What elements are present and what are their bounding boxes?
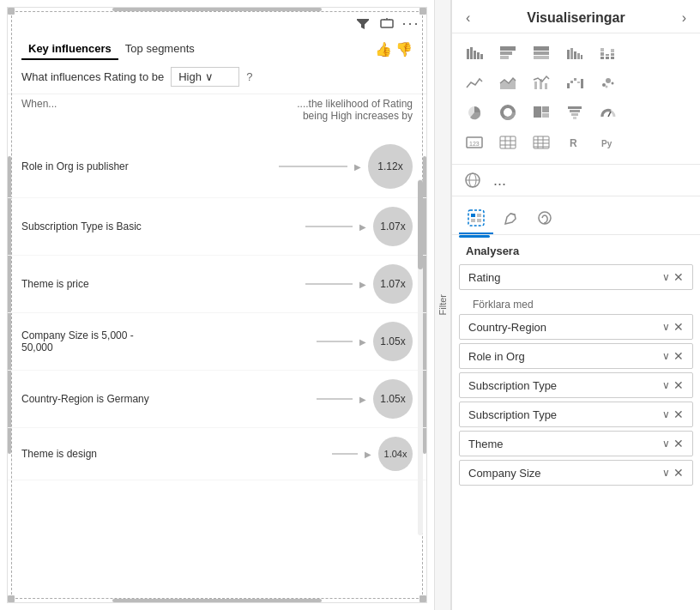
thumbs-down-icon[interactable]: 👎 [395,41,413,57]
rating-chevron-icon[interactable]: ∨ [662,271,670,283]
arrow-icon: ▶ [359,337,366,347]
explain-field-role-in-org[interactable]: Role in Org ∨ ✕ [459,343,693,369]
column-headers: When... ....the likelihood of Rating bei… [8,94,426,129]
svg-rect-28 [545,83,547,89]
field-close-icon[interactable]: ✕ [673,466,684,480]
extras-row: ... [452,165,700,196]
svg-line-72 [510,214,515,214]
field-close-icon[interactable]: ✕ [673,437,684,450]
resize-corner-tr[interactable] [419,8,426,15]
explain-field-country-region[interactable]: Country-Region ∨ ✕ [459,314,693,340]
svg-point-34 [602,83,606,87]
scrollbar-thumb[interactable] [418,180,423,269]
field-close-icon[interactable]: ✕ [673,349,684,363]
list-item[interactable]: Subscription Type is Basic ▶ 1.07x [8,198,426,256]
field-chevron-icon[interactable]: ∨ [662,467,670,479]
bar-area: ▶ 1.05x [317,379,413,419]
field-close-icon[interactable]: ✕ [673,320,684,334]
bar-100-icon[interactable] [526,39,557,66]
field-close-icon[interactable]: ✕ [673,408,684,421]
column-clustered-icon[interactable] [559,39,590,66]
explain-field-subscription-type-2[interactable]: Subscription Type ∨ ✕ [459,402,693,427]
fields-tab[interactable] [459,203,493,234]
tab-key-influencers[interactable]: Key influencers [21,39,118,60]
py-visual-icon[interactable]: Py [593,129,624,156]
gauge-icon[interactable] [593,99,624,126]
svg-rect-26 [534,82,537,89]
analytics-tab[interactable] [528,203,562,234]
waterfall-icon[interactable] [559,69,590,96]
rating-label: Rating [468,271,662,284]
funnel-icon[interactable] [559,99,590,126]
rating-value-dropdown[interactable]: High ∨ [171,67,239,87]
bar-line [305,226,353,227]
format-tab[interactable] [493,203,528,234]
list-item[interactable]: Theme is design ▶ 1.04x [8,428,426,480]
svg-rect-1 [467,49,469,59]
bar-line [317,398,353,400]
svg-rect-51 [500,136,516,148]
resize-top[interactable] [112,8,322,11]
help-icon[interactable]: ? [246,70,252,83]
line-column-icon[interactable] [526,69,557,96]
list-item[interactable]: Country-Region is Germany ▶ 1.05x [8,371,426,428]
more-options-icon[interactable]: ··· [402,15,419,32]
filter-sidebar[interactable]: Filter [434,0,451,610]
svg-rect-18 [600,52,604,56]
rating-field-pill[interactable]: Rating ∨ ✕ [459,264,693,290]
svg-rect-7 [500,51,512,55]
pie-chart-icon[interactable] [459,99,490,126]
thumbs-up-icon[interactable]: 👍 [375,41,392,57]
r-visual-icon[interactable]: R [559,129,590,156]
col-when-label: When... [21,98,57,122]
field-label: Subscription Type [468,408,662,421]
field-chevron-icon[interactable]: ∨ [662,438,670,450]
globe-icon[interactable] [459,168,486,192]
nav-prev-arrow[interactable]: ‹ [466,10,470,26]
field-section: Rating ∨ ✕ Förklara med Country-Region ∨… [452,261,700,610]
matrix-icon[interactable] [526,129,557,156]
scatter-icon[interactable] [593,69,624,96]
svg-rect-15 [577,53,580,59]
field-chevron-icon[interactable]: ∨ [662,379,670,391]
influencer-label: Theme is design [21,448,332,460]
svg-rect-31 [574,78,576,81]
right-panel: ‹ Visualiseringar › [451,0,700,610]
rating-close-icon[interactable]: ✕ [673,270,684,284]
influencer-label: Company Size is 5,000 -50,000 [21,329,317,353]
svg-rect-17 [600,57,604,59]
table-icon[interactable] [492,129,523,156]
explain-field-subscription-type-1[interactable]: Subscription Type ∨ ✕ [459,372,693,398]
filter-icon[interactable] [354,15,371,32]
bar-clustered-icon[interactable] [459,39,490,66]
tab-top-segments[interactable]: Top segments [118,39,202,60]
area-chart-icon[interactable] [492,69,523,96]
field-chevron-icon[interactable]: ∨ [662,408,670,420]
resize-corner-tl[interactable] [8,8,15,15]
field-chevron-icon[interactable]: ∨ [662,321,670,333]
explain-field-theme[interactable]: Theme ∨ ✕ [459,431,693,456]
treemap-icon[interactable] [526,99,557,126]
svg-text:123: 123 [469,141,480,147]
scrollbar-track[interactable] [418,179,423,535]
card-icon[interactable]: 123 [459,129,490,156]
list-item[interactable]: Company Size is 5,000 -50,000 ▶ 1.05x [8,313,426,371]
nav-next-arrow[interactable]: › [682,10,686,26]
column-stacked-icon[interactable] [593,39,624,66]
svg-point-36 [612,82,614,85]
svg-rect-2 [470,47,473,59]
field-chevron-icon[interactable]: ∨ [662,350,670,362]
field-close-icon[interactable]: ✕ [673,378,684,392]
list-item[interactable]: Role in Org is publisher ▶ 1.12x [8,136,426,198]
bar-stacked-icon[interactable] [492,39,523,66]
panel-title: Visualiseringar [527,10,625,26]
line-chart-icon[interactable] [459,69,490,96]
bar-line [332,453,358,455]
panel-header: ‹ Visualiseringar › [452,0,700,33]
svg-rect-30 [570,81,573,83]
focus-icon[interactable] [378,15,395,32]
more-icons-button[interactable]: ... [490,170,510,191]
donut-icon[interactable] [492,99,523,126]
explain-field-company-size[interactable]: Company Size ∨ ✕ [459,460,693,486]
list-item[interactable]: Theme is price ▶ 1.07x [8,256,426,313]
